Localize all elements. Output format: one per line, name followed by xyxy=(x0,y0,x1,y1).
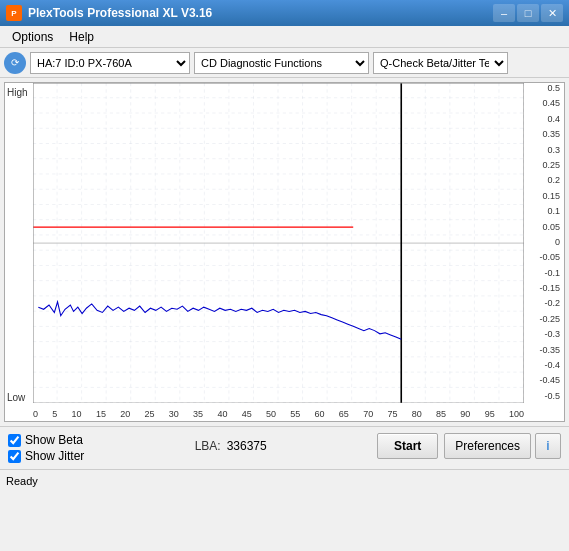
y-axis-labels: 0.5 0.45 0.4 0.35 0.3 0.25 0.2 0.15 0.1 … xyxy=(526,83,562,401)
menu-options[interactable]: Options xyxy=(4,28,61,46)
chart-svg xyxy=(33,83,524,403)
show-jitter-label: Show Jitter xyxy=(25,449,84,463)
bottom-right-controls: Start Preferences i xyxy=(377,433,561,459)
close-button[interactable]: ✕ xyxy=(541,4,563,22)
show-jitter-row[interactable]: Show Jitter xyxy=(8,449,84,463)
lba-value: 336375 xyxy=(227,439,267,453)
chart-label-high: High xyxy=(7,87,28,98)
maximize-button[interactable]: □ xyxy=(517,4,539,22)
show-beta-row[interactable]: Show Beta xyxy=(8,433,84,447)
checkboxes: Show Beta Show Jitter xyxy=(8,433,84,463)
chart-container: High Low 0.5 0.45 0.4 0.35 0.3 0.25 0.2 … xyxy=(4,82,565,422)
status-text: Ready xyxy=(6,475,38,487)
info-button[interactable]: i xyxy=(535,433,561,459)
drive-select[interactable]: HA:7 ID:0 PX-760A xyxy=(30,52,190,74)
show-jitter-checkbox[interactable] xyxy=(8,450,21,463)
title-bar: P PlexTools Professional XL V3.16 – □ ✕ xyxy=(0,0,569,26)
x-axis-labels: 0 5 10 15 20 25 30 35 40 45 50 55 60 65 … xyxy=(33,409,524,419)
function-select[interactable]: CD Diagnostic Functions xyxy=(194,52,369,74)
lba-section: LBA: 336375 xyxy=(195,439,267,453)
start-button[interactable]: Start xyxy=(377,433,438,459)
test-select[interactable]: Q-Check Beta/Jitter Test xyxy=(373,52,508,74)
bottom-panel: Show Beta Show Jitter LBA: 336375 Start … xyxy=(0,426,569,469)
menu-bar: Options Help xyxy=(0,26,569,48)
chart-label-low: Low xyxy=(7,392,25,403)
status-bar: Ready xyxy=(0,469,569,491)
app-icon: P xyxy=(6,5,22,21)
minimize-button[interactable]: – xyxy=(493,4,515,22)
drive-refresh-button[interactable]: ⟳ xyxy=(4,52,26,74)
toolbar: ⟳ HA:7 ID:0 PX-760A CD Diagnostic Functi… xyxy=(0,48,569,78)
lba-label: LBA: xyxy=(195,439,221,453)
show-beta-checkbox[interactable] xyxy=(8,434,21,447)
preferences-button[interactable]: Preferences xyxy=(444,433,531,459)
menu-help[interactable]: Help xyxy=(61,28,102,46)
show-beta-label: Show Beta xyxy=(25,433,83,447)
window-title: PlexTools Professional XL V3.16 xyxy=(28,6,212,20)
